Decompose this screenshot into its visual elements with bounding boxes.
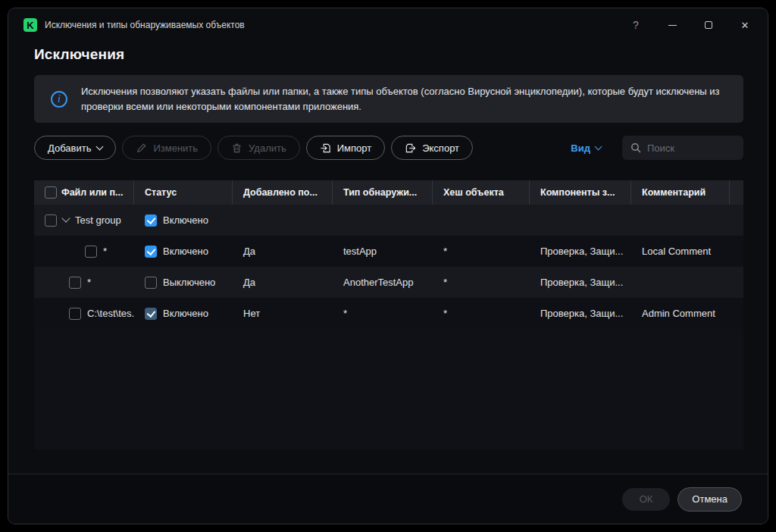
cell-status: Включено (134, 298, 233, 329)
file-value: * (103, 246, 107, 257)
cell-file: * (34, 236, 134, 267)
export-button[interactable]: Экспорт (391, 136, 473, 160)
window-controls: ? ✕ (618, 8, 763, 42)
delete-button-label: Удалить (249, 142, 286, 154)
table-row[interactable]: * Включено Да testApp * Проверка, Защи..… (34, 236, 743, 267)
status-label: Включено (163, 214, 208, 226)
search-box[interactable] (622, 136, 743, 160)
cell-components: Проверка, Защи... (530, 236, 631, 267)
kaspersky-logo-icon: K (23, 18, 37, 32)
cell-added: Да (233, 236, 333, 267)
table-header-row: Файл или п... Статус Добавлено по... Тип… (34, 180, 743, 205)
help-button[interactable]: ? (618, 8, 654, 42)
cell-hash: * (433, 298, 530, 329)
import-button-label: Импорт (337, 142, 371, 154)
status-label: Включено (163, 246, 208, 257)
table-row[interactable]: C:\test\tes... Включено Нет * * Проверка… (34, 298, 743, 329)
cell-type: testApp (333, 236, 433, 267)
footer-bar: ОК Отмена (8, 474, 768, 524)
search-icon (630, 142, 641, 153)
cell-components: Проверка, Защи... (530, 267, 631, 298)
info-banner: i Исключения позволяют указать файлы или… (34, 75, 743, 123)
export-button-label: Экспорт (422, 142, 459, 154)
maximize-icon (705, 21, 712, 29)
import-button[interactable]: Импорт (306, 136, 385, 160)
cell-hash: * (433, 236, 530, 267)
info-icon: i (51, 91, 67, 108)
minimize-button[interactable] (654, 8, 690, 42)
cell-file: * (34, 267, 134, 298)
file-value: C:\test\tes... (87, 308, 134, 319)
cancel-button[interactable]: Отмена (677, 487, 742, 512)
status-checkbox[interactable] (145, 308, 157, 320)
cell-comment: Admin Comment (631, 298, 730, 329)
add-button[interactable]: Добавить (34, 136, 116, 160)
status-checkbox[interactable] (145, 246, 157, 258)
exclusions-table: Файл или п... Статус Добавлено по... Тип… (34, 180, 743, 449)
cell-file: Test group (34, 205, 134, 236)
maximize-button[interactable] (690, 8, 727, 42)
cell-file: C:\test\tes... (34, 298, 134, 329)
header-spacer (730, 180, 745, 205)
status-checkbox[interactable] (145, 214, 157, 227)
trash-icon (231, 142, 242, 154)
cell-components: Проверка, Защи... (530, 298, 631, 329)
header-components[interactable]: Компоненты з... (530, 180, 631, 205)
status-checkbox[interactable] (145, 277, 157, 289)
app-window: K Исключения и типы обнаруживаемых объек… (8, 8, 768, 524)
cell-type: AnotherTestApp (333, 267, 433, 298)
status-label: Выключено (163, 277, 215, 288)
header-added[interactable]: Добавлено по... (233, 180, 333, 205)
header-file-label: Файл или п... (61, 187, 123, 198)
row-select-checkbox[interactable] (69, 308, 81, 320)
cell-status: Выключено (134, 267, 233, 298)
add-button-label: Добавить (48, 142, 91, 154)
chevron-down-icon (595, 142, 602, 150)
toolbar: Добавить Изменить Удалить Импорт Экспорт… (34, 135, 743, 161)
cell-status: Включено (134, 236, 233, 267)
cell-comment (631, 267, 730, 298)
header-type[interactable]: Тип обнаружи... (333, 180, 433, 205)
cell-type: * (333, 298, 433, 329)
chevron-down-icon (96, 142, 104, 150)
minimize-icon (668, 25, 677, 26)
titlebar[interactable]: K Исключения и типы обнаруживаемых объек… (8, 8, 768, 42)
search-input[interactable] (647, 142, 735, 154)
edit-button[interactable]: Изменить (122, 136, 211, 160)
table-row-group[interactable]: Test group Включено (34, 205, 743, 236)
status-label: Включено (163, 308, 208, 319)
select-all-checkbox[interactable] (45, 186, 57, 199)
table-empty-area (34, 329, 743, 449)
ok-button[interactable]: ОК (622, 488, 671, 511)
view-dropdown-label: Вид (571, 142, 590, 154)
header-status[interactable]: Статус (134, 180, 233, 205)
cell-comment: Local Comment (631, 236, 730, 267)
cell-status: Включено (134, 205, 233, 236)
import-icon (320, 142, 331, 154)
info-text: Исключения позволяют указать файлы или п… (81, 84, 727, 114)
chevron-down-icon[interactable] (61, 214, 70, 222)
delete-button[interactable]: Удалить (217, 136, 300, 160)
cell-hash: * (433, 267, 530, 298)
window-title: Исключения и типы обнаруживаемых объекто… (45, 20, 245, 30)
header-file: Файл или п... (34, 180, 134, 205)
row-select-checkbox[interactable] (85, 246, 97, 258)
cell-added: Нет (233, 298, 333, 329)
export-icon (405, 142, 416, 154)
row-select-checkbox[interactable] (69, 277, 81, 289)
row-select-checkbox[interactable] (45, 214, 57, 227)
header-hash[interactable]: Хеш объекта (433, 180, 530, 205)
close-button[interactable]: ✕ (727, 8, 763, 42)
cell-added: Да (233, 267, 333, 298)
file-value: * (87, 277, 91, 288)
view-dropdown[interactable]: Вид (571, 142, 601, 154)
edit-button-label: Изменить (153, 142, 198, 154)
page-title: Исключения (34, 46, 742, 63)
group-name: Test group (75, 214, 121, 226)
table-row[interactable]: * Выключено Да AnotherTestApp * Проверка… (34, 267, 743, 298)
pencil-icon (136, 142, 147, 154)
header-comment[interactable]: Комментарий (631, 180, 730, 205)
